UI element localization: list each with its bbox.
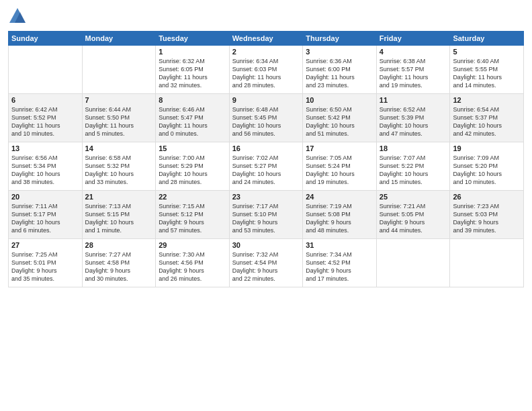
day-number: 28: [85, 241, 153, 249]
day-number: 8: [159, 96, 226, 104]
day-info: Sunrise: 7:00 AMSunset: 5:29 PMDaylight:…: [159, 154, 226, 187]
calendar-cell: 10Sunrise: 6:50 AMSunset: 5:42 PMDayligh…: [303, 94, 377, 142]
calendar-cell: [450, 239, 524, 287]
calendar-week-row: 20Sunrise: 7:11 AMSunset: 5:17 PMDayligh…: [9, 191, 524, 239]
day-info: Sunrise: 6:38 AMSunset: 5:57 PMDaylight:…: [380, 57, 447, 90]
day-info: Sunrise: 7:07 AMSunset: 5:22 PMDaylight:…: [380, 154, 447, 187]
calendar-cell: 3Sunrise: 6:36 AMSunset: 6:00 PMDaylight…: [303, 46, 377, 94]
day-number: 22: [159, 193, 226, 201]
calendar-table: SundayMondayTuesdayWednesdayThursdayFrid…: [8, 31, 524, 287]
day-info: Sunrise: 7:30 AMSunset: 4:56 PMDaylight:…: [159, 250, 226, 283]
day-number: 24: [306, 193, 373, 201]
calendar-cell: 27Sunrise: 7:25 AMSunset: 5:01 PMDayligh…: [9, 239, 83, 287]
day-info: Sunrise: 7:32 AMSunset: 4:54 PMDaylight:…: [232, 250, 300, 283]
day-number: 17: [306, 144, 373, 152]
day-info: Sunrise: 7:19 AMSunset: 5:08 PMDaylight:…: [306, 202, 373, 235]
calendar-cell: 17Sunrise: 7:05 AMSunset: 5:24 PMDayligh…: [303, 142, 377, 191]
day-number: 2: [232, 48, 300, 56]
day-info: Sunrise: 6:32 AMSunset: 6:05 PMDaylight:…: [159, 57, 226, 90]
day-number: 11: [380, 96, 447, 104]
weekday-header-monday: Monday: [82, 32, 156, 46]
calendar-cell: 8Sunrise: 6:46 AMSunset: 5:47 PMDaylight…: [156, 94, 230, 142]
calendar-cell: 29Sunrise: 7:30 AMSunset: 4:56 PMDayligh…: [156, 239, 230, 287]
day-number: 31: [306, 241, 373, 249]
calendar-cell: 1Sunrise: 6:32 AMSunset: 6:05 PMDaylight…: [156, 46, 230, 94]
day-number: 27: [11, 241, 79, 249]
day-number: 7: [85, 96, 153, 104]
day-number: 14: [85, 144, 153, 152]
day-info: Sunrise: 7:15 AMSunset: 5:12 PMDaylight:…: [159, 202, 226, 235]
day-info: Sunrise: 6:44 AMSunset: 5:50 PMDaylight:…: [85, 105, 153, 138]
day-info: Sunrise: 6:50 AMSunset: 5:42 PMDaylight:…: [306, 105, 373, 138]
day-number: 15: [159, 144, 226, 152]
calendar-cell: 15Sunrise: 7:00 AMSunset: 5:29 PMDayligh…: [156, 142, 230, 191]
calendar-cell: 14Sunrise: 6:58 AMSunset: 5:32 PMDayligh…: [82, 142, 156, 191]
day-number: 12: [453, 96, 521, 104]
weekday-header-thursday: Thursday: [303, 32, 377, 46]
weekday-header-saturday: Saturday: [450, 32, 524, 46]
calendar-cell: 30Sunrise: 7:32 AMSunset: 4:54 PMDayligh…: [229, 239, 303, 287]
day-number: 21: [85, 193, 153, 201]
day-number: 23: [232, 193, 300, 201]
calendar-cell: 7Sunrise: 6:44 AMSunset: 5:50 PMDaylight…: [82, 94, 156, 142]
day-number: 9: [232, 96, 300, 104]
calendar-cell: 2Sunrise: 6:34 AMSunset: 6:03 PMDaylight…: [229, 46, 303, 94]
calendar-body: 1Sunrise: 6:32 AMSunset: 6:05 PMDaylight…: [9, 46, 524, 287]
weekday-header-wednesday: Wednesday: [229, 32, 303, 46]
day-info: Sunrise: 6:40 AMSunset: 5:55 PMDaylight:…: [453, 57, 521, 90]
day-info: Sunrise: 7:25 AMSunset: 5:01 PMDaylight:…: [11, 250, 79, 283]
calendar-cell: [82, 46, 156, 94]
calendar-cell: 20Sunrise: 7:11 AMSunset: 5:17 PMDayligh…: [9, 191, 83, 239]
day-info: Sunrise: 7:34 AMSunset: 4:52 PMDaylight:…: [306, 250, 373, 283]
weekday-header-tuesday: Tuesday: [156, 32, 230, 46]
day-number: 13: [11, 144, 79, 152]
day-number: 3: [306, 48, 373, 56]
day-info: Sunrise: 6:56 AMSunset: 5:34 PMDaylight:…: [11, 154, 79, 187]
day-info: Sunrise: 6:58 AMSunset: 5:32 PMDaylight:…: [85, 154, 153, 187]
day-info: Sunrise: 7:23 AMSunset: 5:03 PMDaylight:…: [453, 202, 521, 235]
calendar-cell: 11Sunrise: 6:52 AMSunset: 5:39 PMDayligh…: [376, 94, 450, 142]
weekday-row: SundayMondayTuesdayWednesdayThursdayFrid…: [9, 32, 524, 46]
day-number: 6: [11, 96, 79, 104]
calendar-header: SundayMondayTuesdayWednesdayThursdayFrid…: [9, 32, 524, 46]
calendar-cell: [9, 46, 83, 94]
day-number: 26: [453, 193, 521, 201]
calendar-cell: 31Sunrise: 7:34 AMSunset: 4:52 PMDayligh…: [303, 239, 377, 287]
day-info: Sunrise: 7:02 AMSunset: 5:27 PMDaylight:…: [232, 154, 300, 187]
calendar-cell: 21Sunrise: 7:13 AMSunset: 5:15 PMDayligh…: [82, 191, 156, 239]
day-info: Sunrise: 6:52 AMSunset: 5:39 PMDaylight:…: [380, 105, 447, 138]
calendar-cell: 12Sunrise: 6:54 AMSunset: 5:37 PMDayligh…: [450, 94, 524, 142]
day-info: Sunrise: 6:46 AMSunset: 5:47 PMDaylight:…: [159, 105, 226, 138]
page-container: SundayMondayTuesdayWednesdayThursdayFrid…: [0, 0, 532, 411]
day-info: Sunrise: 6:54 AMSunset: 5:37 PMDaylight:…: [453, 105, 521, 138]
day-info: Sunrise: 7:27 AMSunset: 4:58 PMDaylight:…: [85, 250, 153, 283]
calendar-cell: 16Sunrise: 7:02 AMSunset: 5:27 PMDayligh…: [229, 142, 303, 191]
calendar-week-row: 1Sunrise: 6:32 AMSunset: 6:05 PMDaylight…: [9, 46, 524, 94]
calendar-cell: 5Sunrise: 6:40 AMSunset: 5:55 PMDaylight…: [450, 46, 524, 94]
day-number: 4: [380, 48, 447, 56]
day-number: 5: [453, 48, 521, 56]
calendar-cell: 18Sunrise: 7:07 AMSunset: 5:22 PMDayligh…: [376, 142, 450, 191]
day-info: Sunrise: 7:17 AMSunset: 5:10 PMDaylight:…: [232, 202, 300, 235]
calendar-week-row: 13Sunrise: 6:56 AMSunset: 5:34 PMDayligh…: [9, 142, 524, 191]
day-info: Sunrise: 7:13 AMSunset: 5:15 PMDaylight:…: [85, 202, 153, 235]
calendar-cell: 23Sunrise: 7:17 AMSunset: 5:10 PMDayligh…: [229, 191, 303, 239]
calendar-week-row: 6Sunrise: 6:42 AMSunset: 5:52 PMDaylight…: [9, 94, 524, 142]
logo: [8, 7, 30, 26]
calendar-week-row: 27Sunrise: 7:25 AMSunset: 5:01 PMDayligh…: [9, 239, 524, 287]
day-number: 16: [232, 144, 300, 152]
day-number: 25: [380, 193, 447, 201]
logo-icon: [8, 7, 27, 26]
calendar-cell: 13Sunrise: 6:56 AMSunset: 5:34 PMDayligh…: [9, 142, 83, 191]
weekday-header-friday: Friday: [376, 32, 450, 46]
calendar-cell: 25Sunrise: 7:21 AMSunset: 5:05 PMDayligh…: [376, 191, 450, 239]
day-info: Sunrise: 7:09 AMSunset: 5:20 PMDaylight:…: [453, 154, 521, 187]
calendar-cell: 28Sunrise: 7:27 AMSunset: 4:58 PMDayligh…: [82, 239, 156, 287]
day-number: 29: [159, 241, 226, 249]
day-number: 30: [232, 241, 300, 249]
day-info: Sunrise: 6:34 AMSunset: 6:03 PMDaylight:…: [232, 57, 300, 90]
calendar-cell: 6Sunrise: 6:42 AMSunset: 5:52 PMDaylight…: [9, 94, 83, 142]
day-number: 19: [453, 144, 521, 152]
calendar-cell: 19Sunrise: 7:09 AMSunset: 5:20 PMDayligh…: [450, 142, 524, 191]
day-info: Sunrise: 7:21 AMSunset: 5:05 PMDaylight:…: [380, 202, 447, 235]
